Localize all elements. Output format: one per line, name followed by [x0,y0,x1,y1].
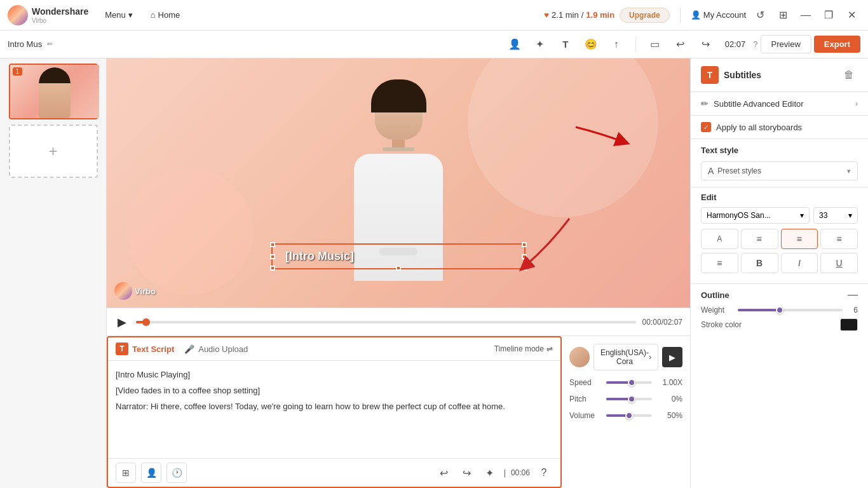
account-button[interactable]: 👤 My Account [691,10,746,20]
preset-styles-row: A Preset styles ▾ [691,159,868,187]
script-action-3[interactable]: 🕐 [166,463,187,483]
avatar-tool-button[interactable]: 👤 [503,33,526,56]
resize-handle-bm[interactable] [396,266,401,271]
restore-button[interactable]: ❐ [820,6,837,24]
weight-thumb[interactable] [776,306,783,314]
script-content[interactable]: [Intro Music Playing] [Video fades in to… [108,361,560,458]
align-justify-icon: ≡ [837,234,842,244]
speed-thumb[interactable] [628,379,635,386]
resize-handle-mr[interactable] [522,254,527,259]
script-undo-button[interactable]: ↩ [435,464,453,482]
script-redo-button[interactable]: ↪ [458,464,476,482]
undo-button[interactable]: ↩ [669,33,692,56]
pitch-thumb[interactable] [628,395,635,403]
slide-thumbnail-1[interactable]: 1 [9,64,98,119]
resize-handle-br[interactable] [522,266,527,271]
audio-panel: English(USA)-Cora › ▶ Speed [562,336,690,488]
minimize-button[interactable]: — [797,6,815,24]
align-justify-button[interactable]: ≡ [820,229,858,249]
apply-all-checkbox[interactable]: ✓ [701,122,711,132]
avatar-script-icon: 👤 [146,468,157,478]
edit-tab-icon[interactable]: ✏ [47,40,53,48]
speed-track[interactable] [606,381,652,384]
add-slide-button[interactable]: + [9,125,98,178]
watermark: Virbo [114,282,156,300]
font-size-select[interactable]: 33 ▾ [813,207,858,224]
bold-button[interactable]: B [741,253,778,273]
magic-wand-button[interactable]: ✦ [481,464,499,482]
font-family-select[interactable]: HarmonyOS San... ▾ [701,207,810,224]
fit-screen-button[interactable]: ▭ [644,33,667,56]
resize-handle-tl[interactable] [270,242,275,247]
resize-handle-ml[interactable] [270,254,275,259]
outline-section: Outline — Weight 6 Stroke color [691,283,868,336]
weight-row: Weight 6 [701,306,858,315]
emoji-tool-button[interactable]: 😊 [580,33,602,56]
tab-title: Intro Mus [8,39,42,49]
list-indent-button[interactable]: ≡ [701,253,738,273]
volume-thumb[interactable] [625,412,633,419]
volume-track[interactable] [606,414,652,417]
text-size-small-button[interactable]: A [701,229,738,249]
add-text-button[interactable]: ⊞ [116,463,136,483]
progress-thumb[interactable] [142,318,150,326]
right-panel-header: T Subtitles 🗑 [691,58,868,92]
play-voice-icon: ▶ [669,353,675,362]
bg-shape-2 [126,168,253,295]
play-button[interactable]: ▶ [114,315,130,330]
sticker-tool-button[interactable]: ✦ [529,33,552,56]
format-row-2: ≡ B I U [701,253,858,273]
trash-icon: 🗑 [844,69,854,80]
preset-styles-dropdown[interactable]: A Preset styles ▾ [701,161,858,180]
preview-button[interactable]: Preview [761,35,811,53]
video-preview: [Intro Music] Virbo [107,58,690,308]
divider2 [635,37,636,52]
magic-wand-icon: ✦ [485,467,494,479]
time-value: 00:06 [511,468,530,477]
chevron-down-icon2: ▾ [800,211,804,220]
subtitle-advanced-editor-row[interactable]: ✏ Subtitle Advanced Editor › [691,92,868,116]
align-right-icon: ≡ [797,234,802,244]
script-action-2[interactable]: 👤 [141,463,161,483]
left-panel: 1 + [0,58,107,488]
progress-track[interactable] [136,321,636,323]
apply-all-label: Apply to all storyboards [716,123,802,132]
menu-button[interactable]: Menu ▾ [98,8,139,22]
text-script-tab[interactable]: T Text Script [116,342,174,355]
volume-control: Volume 50% [569,411,682,420]
home-button[interactable]: ⌂ Home [144,8,187,22]
history-button[interactable]: ↺ [751,6,769,24]
text-tool-button[interactable]: T [554,33,577,56]
subtitle-box[interactable]: [Intro Music] [271,243,526,269]
outline-collapse-button[interactable]: — [848,289,858,301]
stroke-color-picker[interactable] [840,318,858,331]
upgrade-button[interactable]: Upgrade [620,8,670,23]
weight-slider[interactable] [738,309,843,311]
audio-upload-tab[interactable]: 🎤 Audio Upload [184,344,248,354]
pitch-track[interactable] [606,398,652,400]
voice-play-button[interactable]: ▶ [662,347,682,367]
list-indent-icon: ≡ [717,258,722,268]
upload-tool-button[interactable]: ↑ [605,33,628,56]
time-counter: 00:00/02:07 [642,318,682,327]
italic-icon: I [798,258,801,268]
underline-button[interactable]: U [820,253,858,273]
voice-avatar [569,347,590,367]
close-button[interactable]: ✕ [843,6,860,24]
align-right-button[interactable]: ≡ [781,229,818,249]
export-button[interactable]: Export [814,36,860,53]
delete-subtitle-button[interactable]: 🗑 [840,66,858,84]
resize-handle-tr[interactable] [522,242,527,247]
help-icon[interactable]: ? [753,39,757,49]
subtitle-overlay[interactable]: [Intro Music] [271,243,526,269]
italic-button[interactable]: I [781,253,818,273]
resize-handle-bl[interactable] [270,266,275,271]
align-center-button[interactable]: ≡ [741,229,778,249]
pencil-icon: ✏ [701,98,709,109]
redo-button[interactable]: ↪ [695,33,717,56]
grid-view-button[interactable]: ⊞ [774,6,792,24]
script-help-button[interactable]: ? [535,464,553,482]
voice-name-button[interactable]: English(USA)-Cora › [593,344,658,370]
timeline-mode-button[interactable]: Timeline mode ⇌ [494,344,553,353]
avatar-hair [371,79,426,112]
